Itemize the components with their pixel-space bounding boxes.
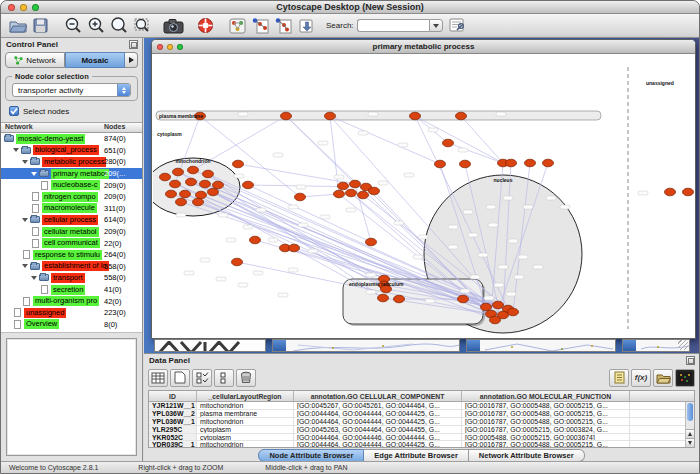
- table-vertical-scrollbar[interactable]: [685, 402, 694, 447]
- expand-arrow-icon[interactable]: [22, 218, 28, 222]
- birds-eye-view[interactable]: [6, 338, 137, 456]
- table-cell[interactable]: YLR295C: [149, 426, 197, 433]
- network-node[interactable]: [213, 181, 224, 189]
- network-node[interactable]: [250, 236, 261, 244]
- tree-row[interactable]: establishment of lo558(0): [1, 261, 142, 273]
- network-node[interactable]: [200, 180, 211, 188]
- network-node[interactable]: [208, 188, 219, 196]
- network-node[interactable]: [543, 159, 554, 167]
- network-node[interactable]: [506, 159, 517, 167]
- float-data-panel-icon[interactable]: [686, 356, 695, 365]
- export-document-icon[interactable]: [295, 15, 318, 36]
- network-node[interactable]: [160, 173, 171, 181]
- tree-row[interactable]: cellular metabol209(0): [1, 226, 142, 238]
- network-node[interactable]: [196, 191, 207, 199]
- network-node[interactable]: [166, 190, 177, 198]
- table-cell[interactable]: YJR121W__1: [149, 402, 197, 409]
- table-row[interactable]: YKR052Ccytoplasm[GO:0044464, GO:0044446,…: [149, 434, 694, 442]
- scrollbar-thumb[interactable]: [687, 403, 693, 421]
- attribute-matrix-icon[interactable]: [675, 369, 695, 387]
- tree-row[interactable]: mosaic-demo-yeast874(0): [1, 133, 142, 145]
- tree-row[interactable]: Overview8(0): [1, 319, 142, 331]
- network-node[interactable]: [289, 244, 300, 252]
- tree-row[interactable]: biological_process651(0): [1, 145, 142, 157]
- table-cell[interactable]: [GO:0045267, GO:0045261, GO:0044464, G..…: [294, 402, 462, 409]
- network-canvas[interactable]: plasma membranecytoplasmmitochondrionnuc…: [153, 55, 694, 338]
- network-node[interactable]: [350, 180, 361, 188]
- network-node[interactable]: [193, 198, 204, 206]
- create-attribute-icon[interactable]: [170, 369, 190, 387]
- network-node[interactable]: [410, 112, 421, 120]
- background-window-fragment[interactable]: [272, 339, 460, 352]
- table-row[interactable]: YPL036W__2plasma membrane[GO:0044464, GO…: [149, 410, 694, 418]
- tree-row[interactable]: primary metabol209(...: [1, 168, 142, 180]
- column-header[interactable]: annotation.GO MOLECULAR_FUNCTION: [462, 391, 630, 401]
- network-node[interactable]: [490, 316, 501, 324]
- help-icon[interactable]: [194, 15, 217, 36]
- table-cell[interactable]: [GO:0044464, GO:0044444, GO:0044425, G..…: [294, 441, 462, 448]
- table-cell[interactable]: cytoplasm: [197, 426, 294, 433]
- close-network-window-icon[interactable]: [157, 44, 163, 50]
- table-cell[interactable]: YDR039C__1: [149, 441, 197, 448]
- network-node[interactable]: [460, 160, 471, 168]
- select-nodes-checkbox[interactable]: [9, 106, 19, 116]
- expand-arrow-icon[interactable]: [31, 172, 37, 176]
- network-node[interactable]: [394, 295, 405, 303]
- network-node[interactable]: [232, 258, 243, 266]
- column-header[interactable]: annotation.GO CELLULAR_COMPONENT: [294, 391, 462, 401]
- network-node[interactable]: [170, 180, 181, 188]
- minimize-network-window-icon[interactable]: [167, 44, 173, 50]
- network-node[interactable]: [180, 190, 191, 198]
- network-node[interactable]: [334, 190, 345, 198]
- network-node[interactable]: [665, 188, 676, 196]
- import-attribute-file-icon[interactable]: [653, 369, 673, 387]
- table-cell[interactable]: [GO:0045263, GO:0044464, GO:0044455, G..…: [294, 426, 462, 433]
- table-cell[interactable]: [GO:0044464, GO:0044444, GO:0044425, G..…: [294, 410, 462, 417]
- node-color-dropdown[interactable]: transporter activity: [12, 83, 131, 97]
- network-node[interactable]: [338, 182, 349, 190]
- tree-row[interactable]: nucleobase-c209(0): [1, 179, 142, 191]
- search-dropdown-button[interactable]: [429, 19, 443, 32]
- tree-row[interactable]: unassigned223(0): [1, 307, 142, 319]
- network-node[interactable]: [481, 303, 492, 311]
- table-cell[interactable]: [GO:0044464, GO:0044444, GO:0044425, G..…: [294, 418, 462, 425]
- table-cell[interactable]: [GO:0016787, GO:0005488, GO:0005215, G..…: [462, 410, 630, 417]
- table-cell[interactable]: [GO:0016787, GO:0005488, GO:0005215, G..…: [462, 441, 630, 448]
- tree-row[interactable]: nitrogen compo209(0): [1, 191, 142, 203]
- network-node[interactable]: [366, 238, 377, 246]
- expand-arrow-icon[interactable]: [31, 276, 37, 280]
- tree-row[interactable]: multi-organism pro42(0): [1, 295, 142, 307]
- tab-network[interactable]: Network: [5, 52, 65, 68]
- close-window-icon[interactable]: [8, 4, 15, 11]
- network-node[interactable]: [176, 198, 187, 206]
- zoom-selected-region-icon[interactable]: [130, 15, 153, 36]
- tree-row[interactable]: secretion41(0): [1, 284, 142, 296]
- scroll-up-button[interactable]: [686, 429, 694, 438]
- network-node[interactable]: [173, 168, 184, 176]
- network-node[interactable]: [358, 191, 369, 199]
- background-window-fragment[interactable]: [622, 339, 690, 352]
- table-cell[interactable]: [GO:0005488, GO:0005215, GO:0003674]: [462, 434, 630, 441]
- scroll-down-button[interactable]: [686, 438, 694, 447]
- expand-arrow-icon[interactable]: [22, 264, 28, 268]
- network-node[interactable]: [443, 139, 454, 147]
- select-attributes-icon[interactable]: [192, 369, 212, 387]
- column-header[interactable]: ID: [149, 391, 197, 401]
- unselect-attributes-icon[interactable]: [214, 369, 234, 387]
- table-row[interactable]: YLR295Ccytoplasm[GO:0045263, GO:0044464,…: [149, 426, 694, 434]
- zoom-window-icon[interactable]: [32, 4, 39, 11]
- tree-row[interactable]: metabolic process280(0): [1, 156, 142, 168]
- tab-mosaic[interactable]: Mosaic: [65, 52, 125, 68]
- network-node[interactable]: [243, 181, 254, 189]
- table-row[interactable]: YDR039C__1mitochondrion[GO:0044464, GO:0…: [149, 441, 694, 448]
- table-row[interactable]: YJR121W__1mitochondrion[GO:0045267, GO:0…: [149, 402, 694, 410]
- table-cell[interactable]: YPL036W__1: [149, 418, 197, 425]
- import-network-icon[interactable]: [249, 15, 272, 36]
- column-header[interactable]: _cellularLayoutRegion: [197, 391, 294, 401]
- network-column-header[interactable]: Network: [1, 123, 104, 132]
- network-snapshot-icon[interactable]: [162, 15, 185, 36]
- zoom-network-window-icon[interactable]: [177, 44, 183, 50]
- function-builder-icon[interactable]: f(x): [631, 369, 651, 387]
- resize-grip-icon[interactable]: [678, 340, 688, 350]
- window-titlebar[interactable]: Cytoscape Desktop (New Session): [1, 1, 699, 14]
